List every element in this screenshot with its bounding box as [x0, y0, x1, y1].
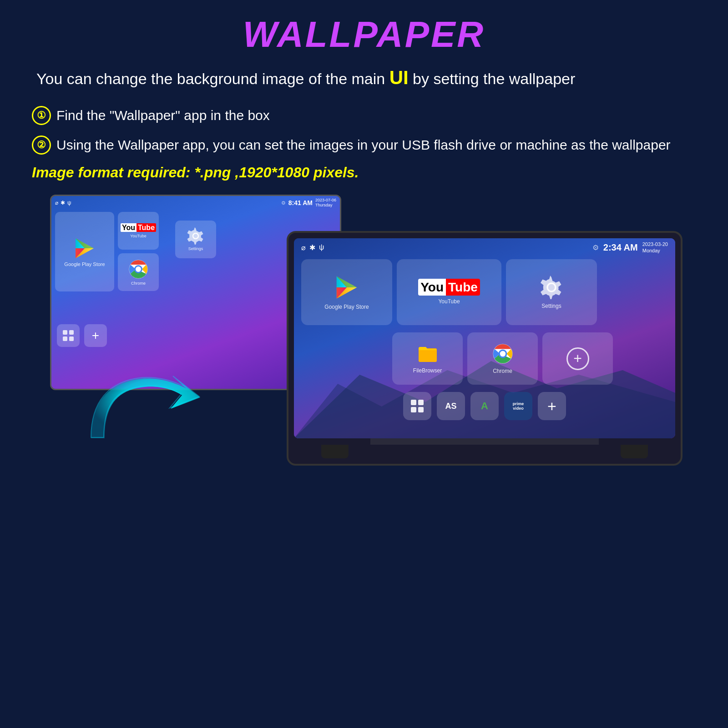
- svg-point-7: [136, 266, 141, 272]
- filebrowser-icon: [418, 344, 438, 364]
- screenshots-area: ⌀✱ψ ⚙ 8:41 AM 2023-07-06 Thursday: [27, 195, 701, 458]
- bottom-a-icon: A: [470, 392, 499, 420]
- large-youtube-logo: YouTube: [418, 280, 480, 295]
- svg-rect-27: [418, 407, 424, 412]
- large-tile-google-play-label: Google Play Store: [324, 304, 369, 310]
- step-2-text: Using the Wallpaper app, you can set the…: [56, 135, 671, 155]
- large-tv-date1: 2023-03-20: [642, 241, 668, 247]
- small-tv-date2: Thursday: [315, 203, 336, 208]
- small-tile-chrome-label: Chrome: [131, 281, 146, 286]
- bottom-plus-icon: +: [538, 392, 566, 420]
- large-tile-youtube: YouTube YouTube: [397, 259, 501, 325]
- large-tv-stand: [370, 438, 599, 445]
- small-tv-grid-icon: [57, 324, 80, 347]
- large-tile-settings: Settings: [506, 259, 597, 325]
- svg-rect-11: [63, 336, 67, 341]
- svg-rect-9: [63, 330, 67, 335]
- large-tv-status-bar: ⌀✱ψ ⚙ 2:34 AM 2023-03-20 Monday: [294, 238, 675, 257]
- step-1-num: ①: [32, 106, 51, 125]
- ui-highlight: UI: [389, 67, 409, 88]
- settings-gear-icon-small: [187, 227, 204, 245]
- large-tile-add: +: [542, 332, 613, 385]
- bottom-grid-icon: [403, 392, 431, 420]
- youtube-logo-small: YouTube: [121, 224, 156, 232]
- large-tv-foot-right: [621, 445, 648, 458]
- small-tile-chrome: Chrome: [118, 253, 159, 291]
- small-tv-date1: 2023-07-06: [315, 198, 336, 203]
- large-tile-filebrowser: FileBrowser: [392, 332, 463, 385]
- step-2-num: ②: [32, 136, 51, 155]
- small-tile-google-play: Google Play Store: [55, 212, 114, 291]
- small-tile-right-col: YouTube YouTube: [118, 212, 159, 291]
- large-tv-time: 2:34 AM: [603, 242, 638, 253]
- small-tv-status-icons: ⌀✱ψ: [55, 200, 71, 206]
- large-tv-status-icons: ⌀✱ψ: [301, 243, 324, 252]
- svg-rect-24: [411, 400, 416, 405]
- large-tile-chrome: Chrome: [467, 332, 538, 385]
- large-tile-settings-label: Settings: [541, 303, 561, 309]
- large-tv-time-area: ⚙ 2:34 AM 2023-03-20 Monday: [592, 241, 668, 254]
- svg-rect-12: [69, 336, 74, 341]
- subtitle: You can change the background image of t…: [27, 65, 701, 91]
- large-chrome-icon: [492, 343, 513, 364]
- svg-point-23: [500, 351, 506, 357]
- large-tile-google-play: Google Play Store: [301, 259, 392, 325]
- large-tv-app-row-2: FileBrowser: [294, 330, 675, 387]
- subtitle-text-after: by setting the wallpaper: [409, 70, 576, 87]
- step-1-text: Find the "Wallpaper" app in the box: [56, 105, 270, 126]
- large-tv-screen: ⌀✱ψ ⚙ 2:34 AM 2023-03-20 Monday: [294, 238, 675, 438]
- small-tv-status-bar: ⌀✱ψ ⚙ 8:41 AM 2023-07-06 Thursday: [51, 196, 340, 210]
- large-settings-gear-icon: [540, 276, 563, 299]
- svg-rect-26: [411, 407, 416, 412]
- small-tv-plus-icon: +: [84, 324, 107, 347]
- large-tv-feet: [294, 445, 675, 458]
- large-tv-date2: Monday: [642, 247, 668, 254]
- page-container: WALLPAPER You can change the background …: [0, 0, 728, 490]
- format-note: Image format required: *.png ,1920*1080 …: [27, 164, 701, 181]
- svg-rect-20: [419, 348, 437, 362]
- large-play-store-icon: [334, 275, 359, 300]
- step-2: ② Using the Wallpaper app, you can set t…: [27, 135, 701, 155]
- large-tv-bottom-row: AS A primevideo +: [294, 387, 675, 425]
- svg-rect-25: [418, 400, 424, 405]
- small-tile-youtube-label: YouTube: [130, 234, 146, 238]
- arrow-area: [82, 356, 209, 449]
- large-tile-youtube-label: YouTube: [438, 298, 460, 305]
- large-tile-chrome-label: Chrome: [493, 368, 512, 374]
- large-tile-filebrowser-label: FileBrowser: [413, 367, 442, 374]
- page-title: WALLPAPER: [27, 14, 701, 55]
- large-tv-wrapper: ⌀✱ψ ⚙ 2:34 AM 2023-03-20 Monday: [287, 231, 682, 466]
- small-tv-time: 8:41 AM: [288, 199, 313, 206]
- small-tile-settings: Settings: [175, 221, 216, 258]
- bottom-as-icon: AS: [437, 392, 465, 420]
- small-tile-settings-label: Settings: [188, 246, 203, 251]
- large-tv-foot-left: [321, 445, 349, 458]
- small-tile-youtube: YouTube YouTube: [118, 212, 159, 250]
- svg-rect-10: [69, 330, 74, 335]
- step-1: ① Find the "Wallpaper" app in the box: [27, 105, 701, 126]
- small-tile-google-play-label: Google Play Store: [64, 261, 105, 267]
- subtitle-text-before: You can change the background image of t…: [36, 70, 389, 87]
- large-tv-app-row-1: Google Play Store YouTube YouTube: [294, 256, 675, 328]
- chrome-icon-small: [128, 259, 148, 279]
- cyan-arrow-icon: [82, 356, 209, 447]
- bottom-prime-icon: primevideo: [504, 392, 532, 420]
- add-plus-icon: +: [566, 347, 589, 370]
- small-tv-time-area: ⚙ 8:41 AM 2023-07-06 Thursday: [281, 198, 336, 208]
- play-store-icon: [73, 237, 96, 260]
- large-tv-body: ⌀✱ψ ⚙ 2:34 AM 2023-03-20 Monday: [287, 231, 682, 466]
